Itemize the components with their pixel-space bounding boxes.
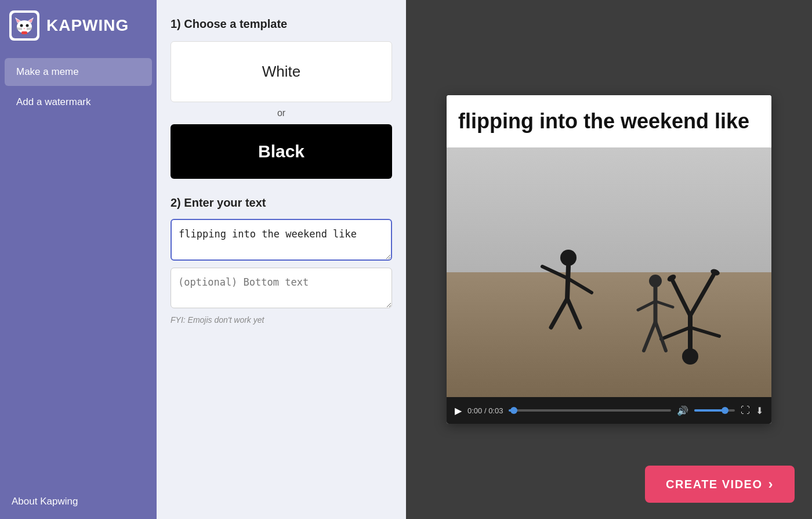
svg-line-17 [567, 278, 592, 293]
svg-point-1 [17, 20, 32, 33]
svg-point-6 [20, 24, 23, 27]
sidebar-item-make-meme[interactable]: Make a meme [5, 58, 152, 86]
preview-area: flipping into the weekend like [406, 0, 812, 519]
svg-point-14 [560, 250, 577, 266]
svg-line-33 [655, 322, 666, 351]
figure-center [632, 269, 679, 362]
progress-bar[interactable] [509, 409, 671, 412]
svg-line-30 [638, 301, 655, 310]
logo-text: KAPWING [46, 16, 129, 35]
svg-line-15 [567, 266, 568, 298]
emoji-note: FYI: Emojis don't work yet [171, 315, 392, 325]
bottom-text-input[interactable] [171, 268, 392, 308]
logo-area: KAPWING [0, 0, 157, 51]
sidebar-item-add-watermark[interactable]: Add a watermark [5, 88, 152, 116]
svg-line-32 [644, 322, 655, 351]
svg-point-7 [26, 24, 29, 27]
svg-line-18 [551, 298, 567, 327]
progress-dot [510, 407, 517, 414]
svg-line-31 [655, 301, 673, 307]
logo-icon [9, 10, 39, 41]
create-video-button[interactable]: CREATE VIDEO › [645, 466, 795, 503]
video-preview-container: flipping into the weekend like [447, 95, 771, 424]
download-button[interactable]: ⬇ [756, 405, 763, 416]
svg-point-20 [682, 348, 698, 365]
beach-scene [447, 147, 771, 397]
volume-fill [694, 409, 725, 412]
step1-heading: 1) Choose a template [171, 17, 392, 31]
svg-line-25 [690, 275, 713, 316]
svg-line-23 [690, 327, 719, 336]
create-video-chevron: › [768, 476, 774, 492]
step2-heading: 2) Enter your text [171, 196, 392, 210]
svg-line-19 [567, 298, 580, 327]
volume-icon[interactable]: 🔊 [677, 405, 688, 416]
panel: 1) Choose a template White or Black 2) E… [157, 0, 406, 519]
video-controls: ▶ 0:00 / 0:03 🔊 ⛶ ⬇ [447, 397, 771, 424]
create-video-label: CREATE VIDEO [666, 478, 763, 491]
volume-bar[interactable] [694, 409, 735, 412]
volume-dot [722, 407, 728, 414]
meme-top-text: flipping into the weekend like [447, 95, 771, 147]
template-black-button[interactable]: Black [171, 124, 392, 179]
template-white-button[interactable]: White [171, 41, 392, 102]
top-text-input[interactable]: flipping into the weekend like [171, 219, 392, 261]
or-divider: or [171, 102, 392, 124]
figure-left [539, 240, 597, 356]
sidebar: KAPWING Make a meme Add a watermark Abou… [0, 0, 157, 519]
nav-items: Make a meme Add a watermark [0, 51, 157, 484]
svg-line-16 [542, 266, 567, 278]
play-button[interactable]: ▶ [455, 405, 462, 416]
time-display: 0:00 / 0:03 [467, 406, 503, 415]
fullscreen-button[interactable]: ⛶ [741, 405, 750, 416]
svg-rect-13 [21, 31, 27, 34]
sidebar-item-about[interactable]: About Kapwing [0, 484, 157, 519]
video-frame [447, 147, 771, 397]
